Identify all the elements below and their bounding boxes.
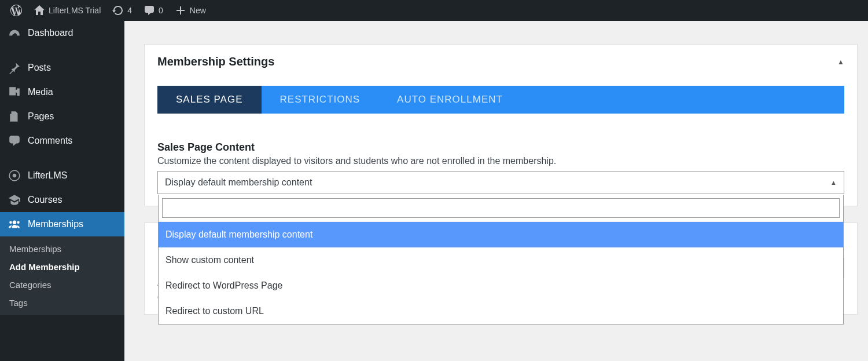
adminbar-new[interactable]: New bbox=[169, 0, 212, 21]
label: Dashboard bbox=[28, 28, 73, 38]
dropdown-option[interactable]: Redirect to WordPress Page bbox=[159, 273, 843, 298]
wordpress-icon bbox=[10, 5, 22, 16]
updates-count: 4 bbox=[127, 6, 132, 15]
label: Posts bbox=[28, 63, 51, 73]
panel-title: Membership Settings bbox=[157, 55, 274, 68]
adminbar: LifterLMS Trial 4 0 New bbox=[0, 0, 868, 21]
menu-courses[interactable]: Courses bbox=[0, 188, 124, 212]
graduation-cap-icon bbox=[8, 194, 21, 206]
menu-dashboard[interactable]: Dashboard bbox=[0, 21, 124, 45]
sales-page-content-select[interactable]: Display default membership content ▲ Dis… bbox=[157, 171, 844, 194]
pages-icon bbox=[8, 110, 21, 123]
adminbar-comments[interactable]: 0 bbox=[138, 0, 169, 21]
field-label-sales-page-content: Sales Page Content bbox=[157, 141, 844, 154]
admin-sidebar: Dashboard Posts Media Pages Comments Lif… bbox=[0, 21, 124, 361]
menu-lifterlms[interactable]: LifterLMS bbox=[0, 163, 124, 188]
update-icon bbox=[112, 5, 124, 16]
dropdown-option[interactable]: Show custom content bbox=[159, 247, 843, 273]
media-icon bbox=[8, 86, 21, 99]
label: Courses bbox=[28, 195, 62, 205]
panel-collapse-toggle[interactable]: ▲ bbox=[837, 58, 844, 66]
dropdown-search-input[interactable] bbox=[162, 198, 840, 218]
comment-icon bbox=[8, 134, 21, 147]
select-value: Display default membership content bbox=[165, 177, 312, 188]
menu-memberships[interactable]: Memberships bbox=[0, 212, 124, 236]
label: Media bbox=[28, 87, 53, 97]
submenu-add-membership[interactable]: Add Membership bbox=[0, 258, 124, 276]
tab-restrictions[interactable]: RESTRICTIONS bbox=[262, 86, 379, 114]
submenu-memberships-list[interactable]: Memberships bbox=[0, 240, 124, 258]
field-desc-sales-page-content: Customize the content displayed to visit… bbox=[157, 156, 844, 166]
submenu-categories[interactable]: Categories bbox=[0, 276, 124, 294]
dropdown-option[interactable]: Redirect to custom URL bbox=[159, 298, 843, 324]
home-icon bbox=[34, 5, 45, 16]
main-content: Membership Settings ▲ SALES PAGE RESTRIC… bbox=[124, 21, 868, 361]
comment-icon bbox=[144, 5, 155, 16]
membership-settings-panel: Membership Settings ▲ SALES PAGE RESTRIC… bbox=[144, 44, 858, 206]
wp-logo[interactable] bbox=[5, 0, 28, 21]
lifterlms-icon bbox=[8, 169, 21, 182]
groups-icon bbox=[8, 218, 21, 231]
submenu-tags[interactable]: Tags bbox=[0, 294, 124, 312]
adminbar-updates[interactable]: 4 bbox=[106, 0, 138, 21]
menu-comments[interactable]: Comments bbox=[0, 129, 124, 153]
submenu-memberships: Memberships Add Membership Categories Ta… bbox=[0, 236, 124, 315]
label: LifterLMS bbox=[28, 170, 67, 181]
plus-icon bbox=[175, 5, 186, 16]
menu-media[interactable]: Media bbox=[0, 80, 124, 104]
pin-icon bbox=[8, 61, 21, 74]
new-label: New bbox=[190, 6, 206, 15]
select-dropdown: Display default membership content Show … bbox=[158, 195, 844, 324]
chevron-up-icon: ▲ bbox=[830, 179, 837, 186]
dashboard-icon bbox=[8, 27, 21, 39]
settings-tabs: SALES PAGE RESTRICTIONS AUTO ENROLLMENT bbox=[157, 86, 844, 114]
label: Memberships bbox=[28, 219, 83, 229]
menu-posts[interactable]: Posts bbox=[0, 56, 124, 80]
tab-auto-enrollment[interactable]: AUTO ENROLLMENT bbox=[378, 86, 521, 114]
menu-pages[interactable]: Pages bbox=[0, 104, 124, 129]
site-name: LifterLMS Trial bbox=[49, 6, 101, 15]
adminbar-site[interactable]: LifterLMS Trial bbox=[28, 0, 106, 21]
dropdown-option[interactable]: Display default membership content bbox=[159, 222, 843, 247]
svg-point-1 bbox=[13, 174, 17, 178]
comments-count: 0 bbox=[159, 6, 163, 15]
label: Comments bbox=[28, 136, 72, 146]
label: Pages bbox=[28, 111, 54, 122]
tab-sales-page[interactable]: SALES PAGE bbox=[157, 86, 262, 114]
